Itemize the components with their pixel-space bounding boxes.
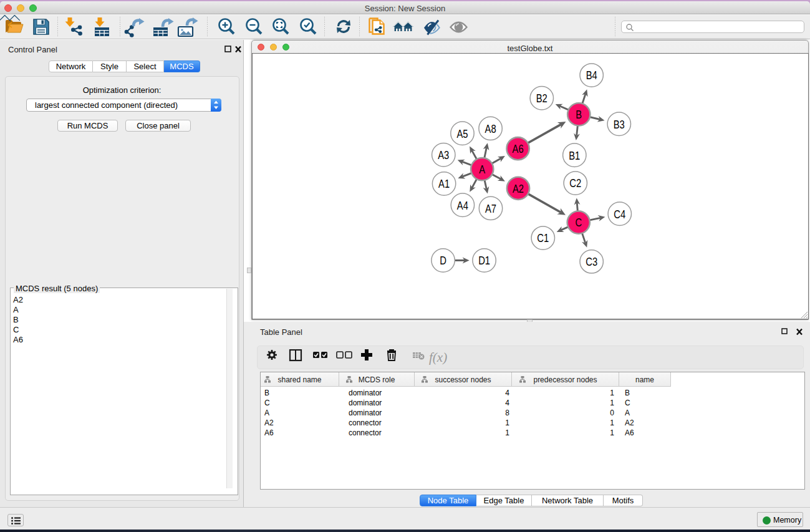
svg-text:D: D xyxy=(440,254,446,268)
svg-text:A1: A1 xyxy=(438,178,450,191)
svg-text:A4: A4 xyxy=(457,199,468,212)
svg-text:B1: B1 xyxy=(569,149,580,162)
svg-text:A5: A5 xyxy=(456,127,468,140)
svg-text:C1: C1 xyxy=(537,232,549,245)
svg-text:B3: B3 xyxy=(614,118,625,131)
svg-text:f(x): f(x) xyxy=(429,350,447,365)
svg-text:C2: C2 xyxy=(569,177,581,190)
svg-text:A3: A3 xyxy=(438,148,449,162)
svg-text:A8: A8 xyxy=(485,122,496,135)
svg-text:A6: A6 xyxy=(513,142,524,155)
svg-text:A2: A2 xyxy=(513,182,524,195)
svg-text:A: A xyxy=(479,163,485,176)
svg-text:D1: D1 xyxy=(478,254,490,268)
svg-text:C4: C4 xyxy=(614,208,625,221)
svg-text:C3: C3 xyxy=(586,255,597,268)
svg-text:B: B xyxy=(576,108,582,121)
svg-text:B2: B2 xyxy=(536,92,547,105)
svg-text:B4: B4 xyxy=(586,69,597,82)
svg-text:C: C xyxy=(575,216,582,230)
svg-text:A7: A7 xyxy=(485,202,496,215)
